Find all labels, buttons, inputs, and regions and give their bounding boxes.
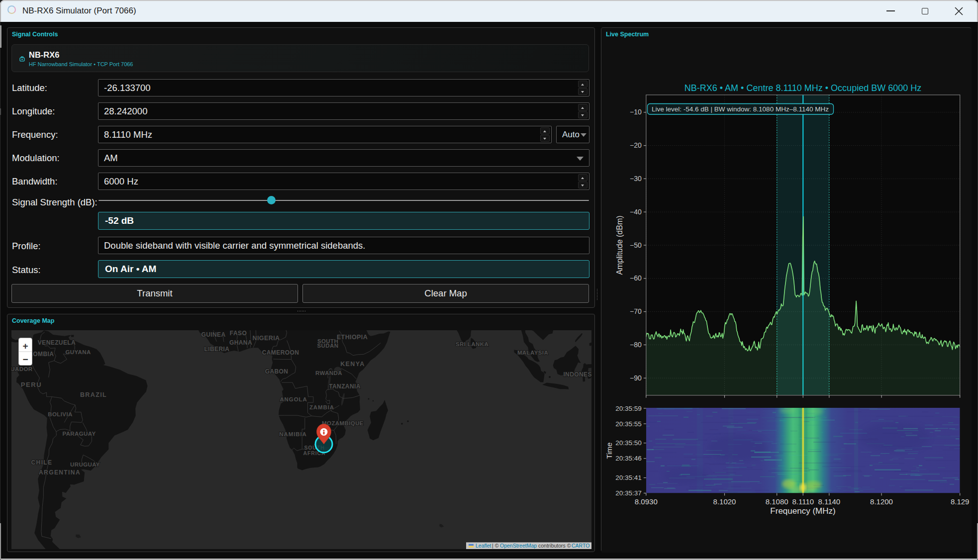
svg-text:RWANDA: RWANDA — [315, 370, 342, 376]
svg-text:SRI LANKA: SRI LANKA — [456, 341, 489, 347]
svg-text:20:35:59: 20:35:59 — [615, 405, 642, 412]
svg-text:KENYA: KENYA — [340, 361, 365, 368]
svg-text:−60: −60 — [630, 274, 642, 282]
svg-text:GUINEA: GUINEA — [201, 331, 225, 338]
svg-text:VENEZUELA: VENEZUELA — [38, 339, 76, 346]
svg-text:OpenStreetMap: OpenStreetMap — [500, 543, 537, 549]
svg-text:MALAYSIA: MALAYSIA — [517, 350, 548, 356]
svg-text:ARGENTINA: ARGENTINA — [39, 469, 81, 476]
svg-text:| ©: | © — [492, 543, 499, 549]
svg-text:GUYANA: GUYANA — [65, 349, 91, 355]
svg-text:GABON: GABON — [265, 368, 289, 375]
svg-text:NIGERIA: NIGERIA — [253, 335, 280, 342]
svg-text:−50: −50 — [630, 241, 642, 249]
svg-text:NAMIBIA: NAMIBIA — [279, 431, 307, 437]
svg-text:Leaflet: Leaflet — [476, 543, 491, 549]
svg-text:−80: −80 — [630, 341, 642, 349]
svg-text:8.129: 8.129 — [951, 497, 970, 506]
svg-text:Frequency (MHz): Frequency (MHz) — [770, 506, 835, 516]
svg-text:ETHIOPIA: ETHIOPIA — [337, 334, 368, 341]
svg-text:Amplitude (dBm): Amplitude (dBm) — [615, 215, 624, 275]
svg-text:−10: −10 — [630, 108, 642, 116]
svg-text:+: + — [22, 341, 28, 351]
svg-text:−20: −20 — [630, 141, 642, 149]
svg-text:20:35:41: 20:35:41 — [615, 474, 642, 481]
svg-text:CAMEROON: CAMEROON — [262, 349, 299, 356]
svg-text:20:35:50: 20:35:50 — [615, 439, 642, 447]
svg-text:8.1200: 8.1200 — [870, 497, 893, 506]
svg-text:8.1020: 8.1020 — [713, 497, 736, 506]
svg-text:ANGOLA: ANGOLA — [280, 396, 307, 402]
svg-text:INDONESI: INDONESI — [563, 371, 591, 378]
svg-text:PARAGUAY: PARAGUAY — [62, 431, 96, 437]
svg-text:BOLIVIA: BOLIVIA — [48, 411, 72, 417]
svg-text:−: − — [22, 354, 28, 365]
svg-text:8.0930: 8.0930 — [635, 497, 658, 506]
svg-text:TANZANIA: TANZANIA — [329, 383, 361, 390]
svg-text:CHILE: CHILE — [31, 459, 53, 466]
svg-text:20:35:55: 20:35:55 — [615, 420, 642, 428]
svg-text:PERU: PERU — [21, 381, 42, 388]
svg-text:8.1110: 8.1110 — [792, 497, 814, 506]
svg-text:ZAMBIA: ZAMBIA — [309, 404, 334, 410]
svg-text:FASO: FASO — [230, 330, 247, 337]
svg-text:−30: −30 — [630, 175, 642, 183]
svg-text:8.1140: 8.1140 — [818, 497, 840, 506]
svg-text:NB-RX6 • AM • Centre 8.1110 MH: NB-RX6 • AM • Centre 8.1110 MHz • Occupi… — [685, 83, 921, 93]
svg-text:20:35:37: 20:35:37 — [615, 489, 642, 497]
svg-text:contributors ©: contributors © — [538, 543, 571, 549]
svg-text:ECUADOR: ECUADOR — [11, 366, 33, 372]
svg-text:GHANA: GHANA — [229, 339, 252, 346]
svg-text:CARTO: CARTO — [572, 543, 589, 549]
svg-text:LIBERIA: LIBERIA — [204, 346, 230, 353]
svg-text:−40: −40 — [630, 208, 642, 216]
svg-text:SUDAN: SUDAN — [317, 343, 339, 349]
svg-text:−90: −90 — [630, 374, 642, 382]
svg-text:Live level: -54.6 dB | BW wind: Live level: -54.6 dB | BW window: 8.1080… — [652, 105, 829, 113]
svg-text:BRAZIL: BRAZIL — [80, 391, 107, 398]
svg-text:−70: −70 — [630, 307, 642, 315]
svg-text:URUGUAY: URUGUAY — [70, 462, 100, 467]
svg-text:Time: Time — [605, 443, 613, 459]
svg-text:8.1080: 8.1080 — [766, 497, 788, 506]
svg-text:20:35:46: 20:35:46 — [615, 455, 642, 462]
